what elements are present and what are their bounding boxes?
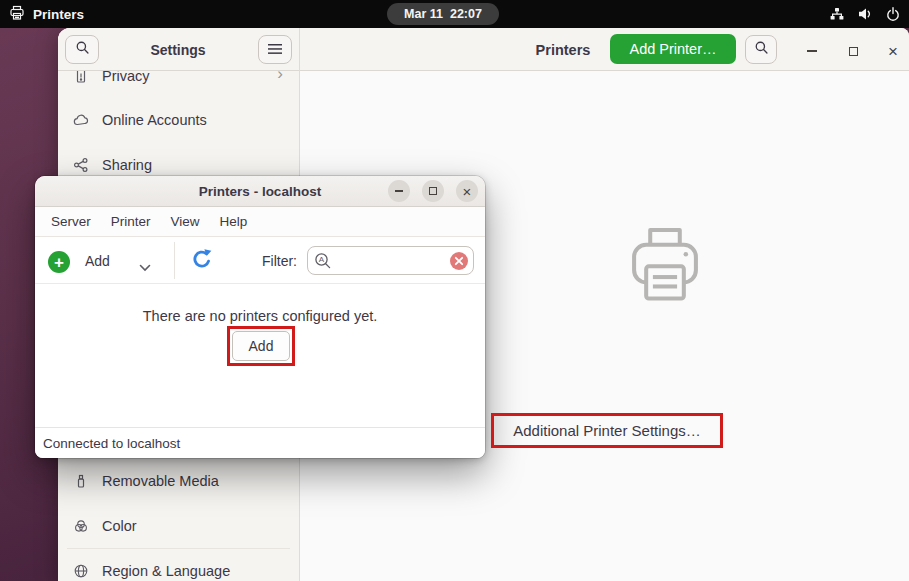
active-app-menu[interactable]: Printers — [9, 0, 84, 28]
no-printers-message: There are no printers configured yet. — [35, 308, 485, 324]
volume-icon — [857, 6, 873, 22]
cloud-icon — [73, 112, 89, 128]
clock-menu[interactable]: Mar 11 22:07 — [387, 3, 499, 25]
settings-headerbar: Settings Printers Add Printer… × — [58, 28, 909, 71]
globe-icon — [73, 563, 89, 579]
no-printers-icon — [622, 226, 708, 316]
close-button[interactable]: × — [880, 38, 906, 64]
menu-help[interactable]: Help — [210, 207, 258, 237]
share-icon — [73, 157, 89, 173]
power-icon — [885, 6, 901, 22]
page-title: Printers — [513, 28, 613, 71]
sidebar-item-label: Region & Language — [102, 563, 230, 579]
printers-localhost-dialog: Printers - localhost × Server Printer Vi… — [35, 176, 485, 458]
maximize-icon — [849, 47, 858, 56]
sidebar-search-button[interactable] — [65, 35, 99, 64]
connection-status: Connected to localhost — [43, 436, 180, 451]
hamburger-menu-button[interactable] — [258, 35, 292, 64]
search-icon — [754, 40, 769, 59]
maximize-button[interactable] — [840, 38, 866, 64]
chevron-down-icon — [139, 258, 151, 276]
header-search-button[interactable] — [745, 35, 777, 64]
refresh-button[interactable] — [191, 248, 213, 276]
sidebar-item-label: Color — [102, 518, 137, 534]
plus-icon: + — [48, 251, 70, 273]
dialog-menubar: Server Printer View Help — [35, 207, 485, 237]
color-icon — [73, 518, 89, 534]
menu-server[interactable]: Server — [41, 207, 101, 237]
dialog-titlebar: Printers - localhost × — [35, 176, 485, 207]
hamburger-icon — [268, 41, 282, 59]
sidebar-item-color[interactable]: Color — [64, 508, 293, 544]
dialog-close-button[interactable]: × — [456, 180, 478, 202]
maximize-icon — [429, 187, 437, 195]
usb-drive-icon — [73, 473, 89, 489]
refresh-icon — [191, 248, 213, 272]
toolbar-add-label: Add — [85, 253, 110, 269]
sidebar-item-label: Online Accounts — [102, 112, 207, 128]
sidebar-item-removable-media[interactable]: Removable Media — [64, 463, 293, 499]
minimize-icon — [395, 190, 403, 192]
printer-icon — [9, 5, 25, 24]
active-app-name: Printers — [33, 7, 84, 22]
annotation-box-additional-settings — [491, 413, 723, 448]
dialog-toolbar: + Add Filter: A — [35, 237, 485, 284]
minimize-icon — [807, 50, 817, 52]
top-bar: Printers Mar 11 22:07 — [0, 0, 909, 28]
sidebar-item-region-language[interactable]: Region & Language — [64, 553, 293, 581]
sidebar-title: Settings — [142, 28, 214, 71]
filter-search-input[interactable] — [336, 249, 444, 272]
toolbar-separator — [174, 242, 175, 279]
system-tray[interactable] — [829, 0, 901, 28]
sidebar-item-label: Removable Media — [102, 473, 219, 489]
filter-label: Filter: — [262, 253, 297, 269]
dialog-maximize-button[interactable] — [422, 180, 444, 202]
menu-printer[interactable]: Printer — [101, 207, 161, 237]
svg-text:A: A — [319, 255, 325, 264]
dialog-statusbar: Connected to localhost — [35, 427, 485, 458]
clock-label: Mar 11 22:07 — [404, 7, 482, 21]
add-printer-button[interactable]: Add Printer… — [610, 34, 736, 64]
dialog-minimize-button[interactable] — [388, 180, 410, 202]
sidebar-item-label: Sharing — [102, 157, 152, 173]
network-icon — [829, 6, 845, 22]
minimize-button[interactable] — [799, 38, 825, 64]
find-icon: A — [314, 252, 332, 274]
sidebar-separator — [67, 548, 290, 549]
clear-search-icon[interactable] — [450, 252, 468, 270]
sidebar-item-online-accounts[interactable]: Online Accounts — [64, 102, 293, 138]
dialog-title: Printers - localhost — [35, 176, 485, 207]
search-icon — [75, 40, 90, 59]
filter-search-entry[interactable]: A — [307, 246, 474, 275]
menu-view[interactable]: View — [161, 207, 210, 237]
annotation-box-add-button — [227, 326, 295, 366]
close-icon: × — [888, 43, 898, 60]
close-icon: × — [463, 184, 472, 199]
